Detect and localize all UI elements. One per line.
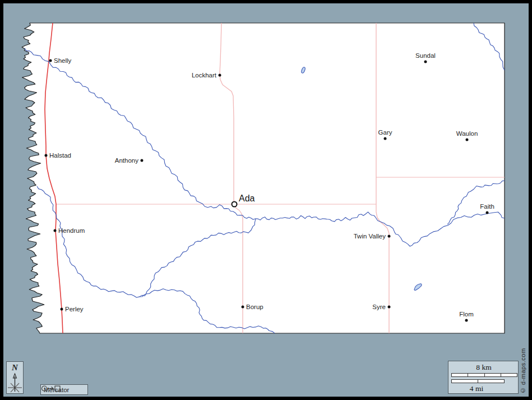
map-screenshot: ShellyLockhartSundalGaryWaulonHalstadAnt…	[0, 0, 532, 400]
scale-panel: 8 km 4 mi	[448, 361, 519, 394]
scale-bar-km	[451, 373, 517, 377]
compass-north-label: N	[7, 363, 23, 373]
county-land-shape	[22, 23, 505, 333]
compass-panel: N	[6, 361, 24, 394]
projection-symbols-icon	[41, 385, 61, 392]
scale-km-label: 8 km	[448, 363, 519, 372]
projection-panel: Mercator	[40, 384, 88, 395]
scale-bar-mi	[451, 379, 505, 383]
compass-rose-icon	[7, 373, 23, 394]
scale-mi-label: 4 mi	[448, 384, 505, 393]
copyright-credit: © d-maps.com	[520, 338, 526, 394]
map-canvas	[0, 0, 532, 400]
